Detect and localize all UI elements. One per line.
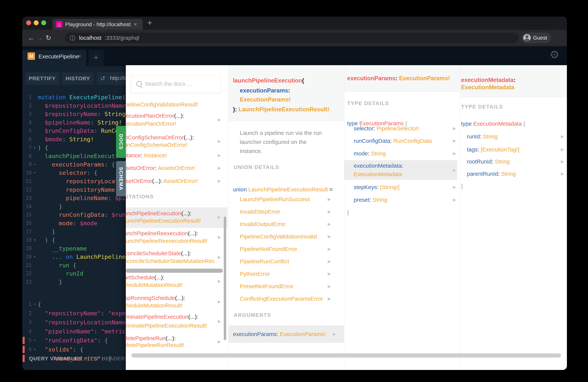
docs-horizontal-scrollbar[interactable]: [131, 353, 561, 358]
expand-arrow-icon[interactable]: ▶: [328, 222, 331, 227]
col1-vertical-scrollbar[interactable]: [224, 217, 226, 340]
union-member[interactable]: PipelineRunConflict: [240, 258, 289, 265]
union-member[interactable]: InvalidStepError: [240, 209, 280, 215]
close-tab-icon[interactable]: ×: [134, 21, 137, 27]
docs-item-type[interactable]: DeletePipelineRunResult!: [126, 342, 214, 348]
docs-item[interactable]: deletePipelineRun(...):: [126, 335, 214, 341]
argument-item[interactable]: executionParams: ExecutionParams!: [233, 331, 326, 337]
docs-search-input[interactable]: Search the docs ...: [131, 75, 221, 93]
endpoint-reload-icon[interactable]: ↺: [100, 75, 105, 82]
fold-arrow-icon[interactable]: ▾: [32, 169, 38, 177]
expand-arrow-icon[interactable]: ▶: [218, 299, 221, 304]
type-field-type[interactable]: ExecutionMetadata: [354, 171, 402, 177]
expand-arrow-icon[interactable]: ▶: [561, 134, 564, 139]
expand-arrow-icon[interactable]: ▶: [218, 279, 221, 284]
docs-item-type[interactable]: ReconcileSchedulerStateMutationResult!: [126, 258, 214, 264]
expand-arrow-icon[interactable]: ▶: [328, 272, 331, 276]
minimize-window-button[interactable]: [34, 20, 39, 25]
col1-horizontal-scrollbar[interactable]: [126, 269, 223, 273]
profile-button[interactable]: Guest: [522, 33, 551, 43]
fold-arrow-icon[interactable]: ▾: [32, 354, 38, 363]
url-field[interactable]: ⓘ localhost :3333/graphql: [65, 33, 519, 43]
docs-item-type[interactable]: ScheduleMutationResult!: [126, 302, 214, 309]
docs-item-type[interactable]: TerminatePipelineExecutionResult!: [126, 322, 214, 329]
docs-item-type[interactable]: PipelineConfigValidationResult!: [126, 101, 214, 108]
tab-docs[interactable]: DOCS: [116, 126, 126, 158]
close-playground-tab-icon[interactable]: ×: [78, 53, 81, 59]
expand-arrow-icon[interactable]: ▶: [218, 179, 221, 184]
new-playground-tab-button[interactable]: +: [88, 50, 104, 66]
type-field[interactable]: executionMetadata:: [354, 163, 403, 169]
docs-item[interactable]: launchPipelineReexecution(...):: [126, 230, 214, 236]
expand-arrow-icon[interactable]: ▶: [561, 159, 564, 164]
settings-gear-icon[interactable]: ⚙: [549, 48, 559, 61]
docs-item[interactable]: executionPlanOrError(...):: [126, 113, 214, 119]
forward-icon[interactable]: →: [37, 34, 43, 42]
history-button[interactable]: HISTORY: [62, 72, 94, 85]
expand-arrow-icon[interactable]: ▶: [328, 209, 331, 214]
expand-arrow-icon[interactable]: ▶: [218, 255, 221, 260]
docs-item[interactable]: assetsOrError: AssetsOrError!: [126, 165, 214, 171]
expand-arrow-icon[interactable]: ▶: [218, 166, 221, 170]
fold-arrow-icon[interactable]: ▾: [32, 236, 38, 244]
expand-arrow-icon[interactable]: ▶: [218, 117, 221, 122]
expand-arrow-icon[interactable]: ▶: [218, 153, 221, 158]
type-field[interactable]: parentRunId: String: [467, 171, 516, 177]
expand-arrow-icon[interactable]: ▶: [218, 339, 221, 344]
fold-arrow-icon[interactable]: ▾: [32, 345, 38, 354]
docs-item[interactable]: terminatePipelineExecution(...):: [126, 314, 214, 320]
expand-arrow-icon[interactable]: ▶: [453, 197, 456, 202]
new-tab-button[interactable]: +: [147, 18, 152, 27]
type-field[interactable]: runConfigData: RunConfigData: [354, 138, 432, 144]
docs-item[interactable]: stopRunningSchedule(...):: [126, 295, 214, 301]
type-field[interactable]: mode: String: [354, 150, 386, 157]
expand-arrow-icon[interactable]: ▶: [328, 197, 331, 202]
union-member[interactable]: PipelineNotFoundError: [240, 246, 297, 252]
union-member[interactable]: PresetNotFoundError: [240, 283, 294, 290]
expand-arrow-icon[interactable]: ▶: [453, 185, 456, 190]
prettify-button[interactable]: PRETTIFY: [25, 72, 60, 85]
docs-item[interactable]: instance: Instance!: [126, 152, 214, 159]
fold-arrow-icon[interactable]: ▾: [32, 253, 38, 261]
fold-arrow-icon[interactable]: ▾: [32, 336, 38, 345]
fold-arrow-icon[interactable]: ▾: [32, 160, 38, 169]
close-window-button[interactable]: [26, 20, 31, 25]
expand-arrow-icon[interactable]: ▶: [561, 147, 564, 152]
expand-arrow-icon[interactable]: ▶: [328, 247, 331, 252]
type-field[interactable]: preset: String: [354, 197, 387, 203]
union-member[interactable]: PythonError: [240, 271, 270, 277]
expand-arrow-icon[interactable]: ▶: [218, 235, 221, 240]
type-field[interactable]: runId: String: [467, 133, 498, 140]
browser-tab[interactable]: △ Playground - http://localhost:3 ×: [52, 19, 143, 30]
type-field[interactable]: selector: PipelineSelector!: [354, 125, 419, 132]
union-member[interactable]: LaunchPipelineRunSuccess: [240, 196, 310, 203]
docs-item-type[interactable]: LaunchPipelineReexecutionResult!: [126, 238, 214, 244]
expand-arrow-icon[interactable]: ▶: [328, 296, 331, 301]
expand-arrow-icon[interactable]: ▶: [453, 126, 456, 131]
playground-tab[interactable]: M ExecutePipeline ×: [22, 50, 86, 66]
fold-arrow-icon[interactable]: ▾: [32, 300, 38, 309]
docs-item-type[interactable]: ScheduleMutationResult!: [126, 282, 214, 288]
reload-icon[interactable]: ↻: [45, 34, 51, 42]
expand-arrow-icon[interactable]: ▶: [218, 139, 221, 144]
type-field[interactable]: stepKeys: [String!]: [354, 184, 399, 191]
docs-item-type[interactable]: RunConfigSchemaOrError!: [126, 142, 214, 148]
expand-arrow-icon[interactable]: ▶: [561, 171, 564, 176]
expand-arrow-icon[interactable]: ▶: [453, 151, 456, 156]
expand-arrow-icon[interactable]: ▶: [328, 284, 331, 289]
expand-arrow-icon[interactable]: ▶: [453, 138, 456, 143]
expand-arrow-icon[interactable]: ▶: [328, 259, 331, 264]
docs-item[interactable]: launchPipelineExecution(...):: [126, 210, 214, 217]
type-field[interactable]: rootRunId: String: [467, 158, 510, 165]
site-info-icon[interactable]: ⓘ: [70, 35, 75, 42]
back-icon[interactable]: ←: [28, 34, 35, 42]
docs-item-type[interactable]: ExecutionPlanOrError!: [126, 121, 214, 127]
zoom-window-button[interactable]: [41, 20, 46, 25]
expand-arrow-icon[interactable]: ▶: [333, 332, 336, 337]
docs-item[interactable]: reconcileSchedulerState(...):: [126, 250, 214, 256]
expand-arrow-icon[interactable]: ▶: [218, 215, 221, 220]
type-field[interactable]: tags: [ExecutionTag!]: [467, 146, 520, 153]
expand-arrow-icon[interactable]: ▶: [218, 319, 221, 324]
union-member[interactable]: ConflictingExecutionParamsError: [240, 296, 323, 302]
expand-arrow-icon[interactable]: ▶: [453, 168, 456, 172]
